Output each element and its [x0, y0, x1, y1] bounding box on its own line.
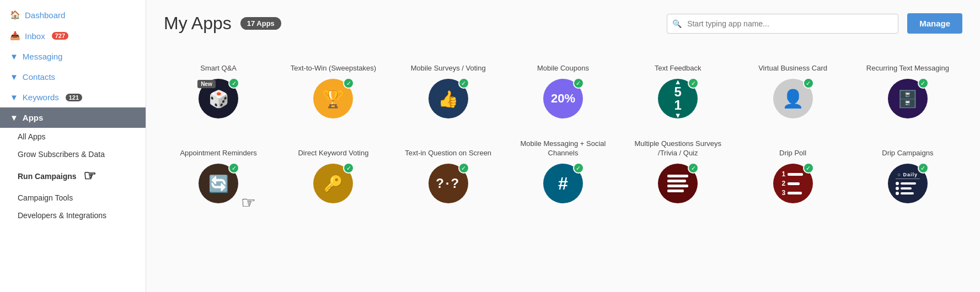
numbered-lines-icon: 1 2 3 [782, 170, 804, 197]
app-label: Drip Poll [779, 138, 806, 158]
check-badge: ✓ [573, 163, 584, 174]
check-badge: ✓ [918, 163, 929, 174]
sidebar-item-label: Dashboard [25, 10, 65, 20]
arrow-icon: ▼ [10, 72, 18, 82]
app-label: Drip Campaigns [882, 138, 933, 158]
app-recurring-text[interactable]: Recurring Text Messaging 🗄️ ✓ [853, 49, 962, 123]
arrows-number-icon: ▲ 5 1 ▼ [674, 79, 682, 118]
app-label: Text-in Question on Screen [405, 138, 491, 158]
app-label: Appointment Reminders [180, 138, 256, 158]
app-drip-campaigns[interactable]: Drip Campaigns ○ Daily ✓ [853, 134, 962, 208]
app-label: Mobile Coupons [537, 53, 589, 73]
app-mobile-surveys[interactable]: Mobile Surveys / Voting 👍 ✓ [394, 49, 503, 123]
sidebar: 🏠 Dashboard 📥 Inbox 727 ▼ Messaging ▼ Co… [0, 0, 146, 292]
app-icon-wrap: ✓ [658, 164, 698, 203]
app-icon-wrap: 👍 ✓ [429, 79, 468, 118]
app-text-to-win[interactable]: Text-to-Win (Sweepstakes) 🏆 ☞ ✓ [279, 49, 388, 123]
app-icon-wrap: 🎲 New ✓ [199, 79, 238, 118]
sidebar-item-label: Inbox [25, 31, 45, 41]
check-badge: ✓ [918, 78, 929, 89]
arrow-icon: ▼ [10, 93, 18, 102]
lines-icon [667, 175, 688, 192]
check-badge: ✓ [688, 163, 699, 174]
app-icon-wrap: 🔑 ✓ [313, 164, 353, 203]
app-text-feedback[interactable]: Text Feedback ▲ 5 1 ▼ ✓ [623, 49, 732, 123]
check-badge: ✓ [803, 78, 814, 89]
app-icon-wrap: # ✓ [543, 164, 583, 203]
app-label: Smart Q&A [200, 53, 237, 73]
apps-grid: Smart Q&A 🎲 New ✓ Text-to-Win (Sweepstak… [164, 49, 962, 208]
sidebar-item-label: Messaging [23, 52, 63, 61]
sidebar-sub-developers[interactable]: Developers & Integrations [0, 207, 146, 224]
app-label: Virtual Business Card [758, 53, 827, 73]
keywords-badge: 121 [66, 94, 82, 101]
percent-display: 20% [551, 92, 575, 105]
app-icon-wrap: ▲ 5 1 ▼ ✓ [658, 79, 698, 118]
app-multiple-questions[interactable]: Multiple Questions Surveys /Trivia / Qui… [623, 134, 732, 208]
manage-button[interactable]: Manage [907, 13, 962, 34]
cursor-icon: ☞ [241, 193, 256, 212]
app-mobile-messaging[interactable]: Mobile Messaging + Social Channels # ✓ [508, 134, 618, 208]
app-direct-keyword[interactable]: Direct Keyword Voting 🔑 ✓ [279, 134, 388, 208]
app-icon-wrap: 🗄️ ✓ [888, 79, 928, 118]
sidebar-item-label: Apps [23, 113, 44, 122]
sidebar-item-apps[interactable]: ▼ Apps [0, 107, 146, 128]
search-container: 🔍 [667, 14, 898, 34]
sidebar-sub-campaign-tools[interactable]: Campaign Tools [0, 189, 146, 207]
sidebar-sub-all-apps[interactable]: All Apps [0, 128, 146, 145]
app-label: Direct Keyword Voting [298, 138, 368, 158]
search-icon: 🔍 [672, 19, 682, 28]
key-check-icon: 🔑 [324, 175, 343, 193]
search-input[interactable] [667, 14, 898, 34]
sidebar-item-label: Keywords [23, 93, 59, 102]
app-mobile-coupons[interactable]: Mobile Coupons 20% ✓ [508, 49, 618, 123]
sidebar-item-contacts[interactable]: ▼ Contacts [0, 67, 146, 87]
app-icon-wrap: 🏆 ☞ ✓ [313, 79, 353, 118]
trophy-icon: 🏆 [322, 88, 344, 109]
app-icon-wrap: 🔄 ✓ ☞ [199, 164, 238, 203]
check-badge: ✓ [458, 78, 469, 89]
main-content: My Apps 17 Apps 🔍 Manage Smart Q&A 🎲 New… [146, 0, 980, 292]
sidebar-item-label: Contacts [23, 72, 55, 82]
app-label: Text Feedback [655, 53, 701, 73]
check-badge: ✓ [803, 163, 814, 174]
app-label: Text-to-Win (Sweepstakes) [291, 53, 376, 73]
inbox-badge: 727 [52, 32, 68, 40]
check-badge: ✓ [228, 163, 239, 174]
check-badge: ✓ [343, 163, 354, 174]
app-virtual-biz[interactable]: Virtual Business Card 👤 ✓ [738, 49, 847, 123]
stack-icon: 🗄️ [897, 89, 918, 109]
new-badge: New [197, 80, 216, 88]
app-label: Mobile Messaging + Social Channels [511, 138, 615, 158]
check-badge: ✓ [343, 78, 354, 89]
sidebar-item-dashboard[interactable]: 🏠 Dashboard [0, 4, 146, 25]
dashboard-icon: 🏠 [10, 10, 20, 20]
sidebar-sub-grow[interactable]: Grow Subscribers & Data [0, 145, 146, 163]
sidebar-item-keywords[interactable]: ▼ Keywords 121 [0, 87, 146, 107]
main-header: My Apps 17 Apps 🔍 Manage [164, 13, 962, 34]
check-badge: ✓ [458, 163, 469, 174]
app-smart-qa[interactable]: Smart Q&A 🎲 New ✓ [164, 49, 273, 123]
app-label: Recurring Text Messaging [866, 53, 949, 73]
app-drip-poll[interactable]: Drip Poll 1 2 3 ✓ [738, 134, 847, 208]
app-appointment[interactable]: Appointment Reminders 🔄 ✓ ☞ [164, 134, 273, 208]
app-icon-wrap: 20% ✓ [543, 79, 583, 118]
check-badge: ✓ [688, 78, 699, 89]
app-icon-wrap: 👤 ✓ [773, 79, 813, 118]
arrow-icon: ▼ [10, 52, 18, 61]
sidebar-sub-run-campaigns[interactable]: Run Campaigns ☞ [0, 163, 146, 189]
apps-count-badge: 17 Apps [240, 17, 281, 30]
app-icon-wrap: 1 2 3 ✓ [773, 164, 813, 203]
app-textin-question[interactable]: Text-in Question on Screen ?·? ✓ [394, 134, 503, 208]
check-badge: ✓ [228, 78, 239, 89]
dice-icon: 🎲 [208, 89, 229, 109]
cursor-icon: ☞ [349, 101, 353, 118]
sidebar-item-messaging[interactable]: ▼ Messaging [0, 46, 146, 67]
app-label: Multiple Questions Surveys /Trivia / Qui… [625, 138, 730, 158]
question-dots-icon: ?·? [436, 176, 460, 191]
app-icon-wrap: ○ Daily ✓ [888, 164, 928, 203]
app-icon-wrap: ?·? ✓ [429, 164, 468, 203]
check-badge: ✓ [573, 78, 584, 89]
person-icon: 👤 [782, 88, 804, 109]
sidebar-item-inbox[interactable]: 📥 Inbox 727 [0, 25, 146, 46]
